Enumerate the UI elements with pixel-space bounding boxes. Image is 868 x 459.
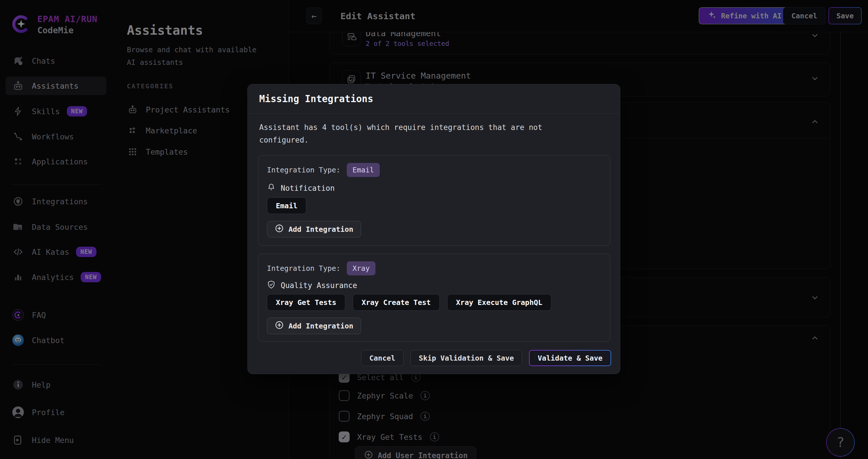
skip-validation-save-button[interactable]: Skip Validation & Save [410, 350, 522, 366]
bell-icon [267, 183, 276, 193]
plus-circle-icon [275, 224, 284, 235]
integration-type-badge: Xray [347, 261, 375, 275]
validate-save-label: Validate & Save [538, 354, 602, 362]
add-integration-label: Add Integration [288, 225, 353, 233]
missing-integrations-modal: Missing Integrations Assistant has 4 too… [247, 84, 620, 374]
shield-check-icon [267, 280, 276, 291]
integration-type-label: Integration Type: [267, 264, 340, 272]
integration-type-badge: Email [347, 163, 380, 177]
tool-chip: Xray Create Test [353, 294, 440, 311]
add-integration-button[interactable]: Add Integration [267, 221, 361, 237]
category-row: Quality Assurance [267, 280, 357, 291]
validate-save-button[interactable]: Validate & Save [529, 350, 611, 366]
add-integration-button[interactable]: Add Integration [267, 318, 361, 334]
tool-chip-row: Email [267, 197, 306, 214]
integration-type-row: Integration Type: Email [267, 163, 380, 177]
integration-type-label: Integration Type: [267, 166, 340, 174]
skip-validation-save-label: Skip Validation & Save [419, 354, 514, 362]
add-integration-label: Add Integration [288, 322, 353, 330]
modal-title: Missing Integrations [248, 84, 620, 113]
tool-chip: Xray Get Tests [267, 294, 345, 311]
modal-footer: Cancel Skip Validation & Save Validate &… [361, 350, 611, 366]
tool-chip: Email [267, 197, 306, 214]
category-row: Notification [267, 183, 335, 193]
tool-chip: Xray Execute GraphQL [447, 294, 551, 311]
integration-type-row: Integration Type: Xray [267, 261, 375, 275]
app-window: EPAM AI/RUN CodeMie Chats Assistants Ski… [0, 0, 868, 459]
modal-cancel-label: Cancel [369, 354, 395, 362]
modal-cancel-button[interactable]: Cancel [361, 350, 404, 366]
tool-chip-row: Xray Get Tests Xray Create Test Xray Exe… [267, 294, 551, 311]
integration-group-xray: Integration Type: Xray Quality Assurance… [258, 254, 610, 342]
integration-group-email: Integration Type: Email Notification Ema… [258, 155, 610, 246]
category-label: Quality Assurance [281, 281, 357, 290]
modal-message: Assistant has 4 tool(s) which require in… [259, 121, 592, 146]
category-label: Notification [281, 184, 335, 193]
plus-circle-icon [275, 321, 284, 331]
